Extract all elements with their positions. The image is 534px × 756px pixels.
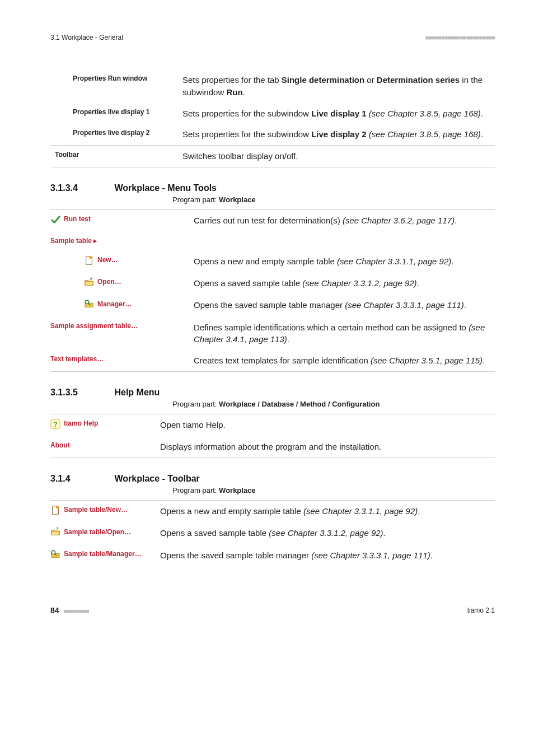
menu-item-description: Open tiamo Help. bbox=[160, 414, 495, 436]
table-row-label-cell: Sample table ▸ bbox=[50, 232, 194, 250]
menu-item-label[interactable]: tiamo Help bbox=[64, 419, 98, 428]
menu-item-label[interactable]: Open… bbox=[97, 277, 121, 287]
menu-item-label: Properties live display 1 bbox=[50, 103, 182, 124]
menu-item-label[interactable]: New… bbox=[97, 255, 118, 265]
program-part-line: Program part: Workplace / Database / Met… bbox=[172, 400, 495, 408]
menu-item-description: Carries out run test for determination(s… bbox=[194, 209, 495, 232]
toolbar-item-description: Opens the saved sample table manager (se… bbox=[160, 545, 495, 567]
table-row-label-cell: New… bbox=[50, 251, 194, 273]
menu-item-description: Switches toolbar display on/off. bbox=[182, 146, 495, 167]
menu-item-label: Toolbar bbox=[50, 146, 182, 167]
menu-item-description: Opens a saved sample table (see Chapter … bbox=[194, 273, 495, 295]
program-part-line: Program part: Workplace bbox=[172, 486, 495, 494]
menu-item-description: Opens a new and empty sample table (see … bbox=[194, 251, 495, 273]
help-icon: ? bbox=[50, 419, 60, 429]
menu-item-description: Defines sample identifications which a c… bbox=[194, 317, 495, 351]
section-title: Help Menu bbox=[114, 388, 160, 397]
product-name: tiamo 2.1 bbox=[467, 606, 495, 614]
section-number: 3.1.3.4 bbox=[50, 183, 112, 193]
menu-item-label[interactable]: About bbox=[50, 441, 70, 449]
menu-item-description bbox=[194, 232, 495, 250]
menu-item-label: Properties live display 2 bbox=[50, 124, 182, 145]
toolbar-item-description: Opens a new and empty sample table (see … bbox=[160, 501, 495, 523]
table-row-label-cell: ?tiamo Help bbox=[50, 414, 160, 436]
table-row-label-cell: Sample table/Open… bbox=[50, 522, 160, 544]
toolbar-item-label[interactable]: Sample table/New… bbox=[64, 505, 128, 515]
menu-item-label[interactable]: Sample table ▸ bbox=[50, 237, 97, 245]
open-folder-icon bbox=[50, 527, 60, 537]
table-row-label-cell: Run test bbox=[50, 209, 194, 232]
table-row-label-cell: Open… bbox=[50, 273, 194, 295]
new-file-icon bbox=[84, 255, 94, 265]
menu-item-label[interactable]: Manager… bbox=[97, 300, 132, 309]
section-number: 3.1.3.5 bbox=[50, 388, 112, 398]
toolbar-table: Sample table/New…Opens a new and empty s… bbox=[50, 500, 495, 567]
table-row-label-cell: Sample table/Manager… bbox=[50, 545, 160, 567]
menu-item-label[interactable]: Sample assignment table… bbox=[50, 322, 138, 330]
section-title: Workplace - Menu Tools bbox=[114, 183, 217, 193]
header-section-path: 3.1 Workplace - General bbox=[50, 34, 123, 41]
check-icon bbox=[50, 214, 60, 225]
menu-item-description: Sets properties for the tab Single deter… bbox=[182, 69, 495, 103]
open-folder-icon bbox=[84, 277, 94, 287]
svg-text:?: ? bbox=[53, 420, 58, 428]
manager-folder-icon bbox=[84, 299, 94, 309]
section-title: Workplace - Toolbar bbox=[114, 474, 199, 483]
section-heading-tools: 3.1.3.4 Workplace - Menu Tools bbox=[50, 183, 495, 193]
section-heading-help: 3.1.3.5 Help Menu bbox=[50, 388, 495, 398]
table-row-label-cell: Manager… bbox=[50, 295, 194, 316]
view-properties-table: Properties Run windowSets properties for… bbox=[50, 69, 495, 167]
menu-item-description: Sets properties for the subwindow Live d… bbox=[182, 124, 495, 145]
page-header: 3.1 Workplace - General ■■■■■■■■■■■■■■■■… bbox=[50, 34, 495, 41]
program-part-line: Program part: Workplace bbox=[172, 195, 495, 204]
new-file-icon bbox=[50, 505, 60, 515]
menu-item-description: Displays information about the program a… bbox=[160, 436, 495, 458]
menu-item-label: Properties Run window bbox=[50, 69, 182, 103]
table-row-label-cell: About bbox=[50, 436, 160, 458]
help-menu-table: ?tiamo HelpOpen tiamo Help.AboutDisplays… bbox=[50, 414, 495, 458]
table-row-label-cell: Sample table/New… bbox=[50, 501, 160, 523]
menu-item-label[interactable]: Run test bbox=[64, 214, 91, 224]
toolbar-item-label[interactable]: Sample table/Open… bbox=[64, 528, 131, 537]
header-ornament: ■■■■■■■■■■■■■■■■■■■■■■ bbox=[425, 34, 495, 41]
section-heading-toolbar: 3.1.4 Workplace - Toolbar bbox=[50, 474, 495, 484]
table-row-label-cell: Sample assignment table… bbox=[50, 317, 194, 351]
menu-item-description: Opens the saved sample table manager (se… bbox=[194, 295, 495, 316]
toolbar-item-label[interactable]: Sample table/Manager… bbox=[64, 549, 142, 559]
page-number: 84 bbox=[50, 606, 59, 615]
menu-item-description: Sets properties for the subwindow Live d… bbox=[182, 103, 495, 124]
manager-folder-icon bbox=[50, 549, 60, 559]
page-footer: 84 ■■■■■■■■ tiamo 2.1 bbox=[50, 606, 495, 615]
menu-item-label[interactable]: Text templates… bbox=[50, 355, 104, 363]
tools-menu-table: Run testCarries out run test for determi… bbox=[50, 209, 495, 372]
footer-ornament: ■■■■■■■■ bbox=[63, 608, 88, 614]
section-number: 3.1.4 bbox=[50, 474, 112, 484]
menu-item-description: Creates text templates for sample identi… bbox=[194, 350, 495, 371]
toolbar-item-description: Opens a saved sample table (see Chapter … bbox=[160, 522, 495, 544]
table-row-label-cell: Text templates… bbox=[50, 350, 194, 371]
